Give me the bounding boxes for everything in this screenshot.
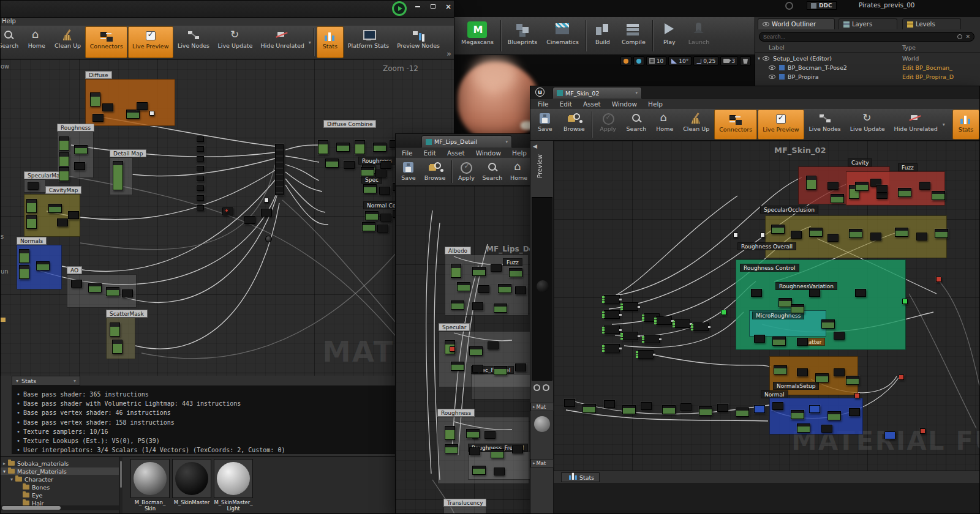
material-node[interactable] <box>90 92 100 106</box>
material-node[interactable] <box>920 428 925 434</box>
material-node[interactable] <box>451 362 464 371</box>
material-node[interactable] <box>122 289 133 297</box>
material-node[interactable] <box>494 366 507 375</box>
material-node[interactable] <box>846 376 859 385</box>
comment-label-roughness-overall[interactable]: Roughness Overall <box>737 242 796 250</box>
comment-box-translucency[interactable]: Translucency <box>443 507 486 514</box>
material-node[interactable] <box>106 287 119 296</box>
material-node[interactable] <box>884 431 895 439</box>
material-node[interactable] <box>699 406 712 415</box>
material-node[interactable] <box>827 234 839 242</box>
home-button[interactable]: Home <box>507 158 531 185</box>
close-button[interactable]: × <box>443 2 454 10</box>
lips-document-tab[interactable]: MF_Lips_Detail ▾ <box>421 135 512 147</box>
preview-nodes-button[interactable]: Preview Nodes <box>393 26 443 58</box>
material-node[interactable] <box>225 209 228 212</box>
material-node[interactable] <box>834 368 845 376</box>
material-node[interactable] <box>113 161 123 190</box>
material-node[interactable] <box>478 285 489 293</box>
material-node[interactable] <box>680 403 692 411</box>
material-node[interactable] <box>604 310 620 319</box>
live-update-button[interactable]: Live Update <box>846 110 889 140</box>
material-node[interactable] <box>380 214 391 222</box>
platform-stats-button[interactable]: Platform Stats <box>344 26 393 58</box>
apply-button[interactable]: Apply <box>595 110 622 140</box>
material-node[interactable] <box>469 447 480 455</box>
material-node[interactable] <box>564 399 575 407</box>
menu-window[interactable]: Window <box>471 148 506 158</box>
apply-button[interactable]: Apply <box>454 158 478 185</box>
material-node[interactable] <box>751 289 762 297</box>
scrollbar-thumb[interactable] <box>120 461 122 488</box>
material-node[interactable] <box>809 405 820 413</box>
material-node[interactable] <box>472 365 483 373</box>
cinematics-button[interactable]: Cinematics <box>542 18 583 53</box>
material-node[interactable] <box>488 341 499 349</box>
expand-arrow-icon[interactable]: ▸ <box>3 461 6 466</box>
live-update-button[interactable]: Live Update <box>214 26 256 58</box>
stats-button[interactable]: Stats <box>952 110 979 140</box>
comment-label-roughness-variation[interactable]: RoughnessVariation <box>775 282 837 290</box>
visibility-eye-icon[interactable] <box>769 75 775 79</box>
outliner-row[interactable]: BP_Bocman_T-Pose2 Edit BP_Bocman_ <box>755 63 980 72</box>
zoom-out-icon[interactable] <box>543 384 549 391</box>
material-node[interactable] <box>88 283 102 292</box>
rotation-snap-button[interactable]: 10° <box>668 56 692 65</box>
skin-document-tab[interactable]: MF_Skin_02 ▾ <box>552 87 642 99</box>
material-node[interactable] <box>472 267 486 276</box>
material-node[interactable] <box>512 445 523 453</box>
material-node[interactable] <box>899 374 904 380</box>
material-node[interactable] <box>895 228 908 237</box>
tab-world-outliner[interactable]: World Outliner <box>758 18 835 29</box>
material-node[interactable] <box>870 233 881 240</box>
material-node[interactable] <box>774 365 787 374</box>
material-node[interactable] <box>604 326 620 334</box>
ddc-indicator[interactable]: DDC <box>807 1 837 10</box>
search-button[interactable]: Search <box>1 26 23 58</box>
material-node[interactable] <box>494 304 507 313</box>
material-node[interactable] <box>137 102 148 110</box>
material-node[interactable] <box>261 209 272 217</box>
material-node[interactable] <box>149 111 154 116</box>
material-node[interactable] <box>264 198 269 203</box>
skin-graph[interactable]: MF_Skin_02 MATERIAL FUNCTION Cavity Fuzz… <box>554 141 980 471</box>
maximize-button[interactable] <box>428 2 439 10</box>
menu-help[interactable]: Help <box>507 148 532 158</box>
chevron-down-icon[interactable]: ▾ <box>309 40 311 45</box>
comment-label[interactable]: CavityMap <box>45 186 81 194</box>
material-node[interactable] <box>778 298 792 307</box>
comment-label[interactable]: AO <box>67 266 82 274</box>
asset-thumbnail[interactable] <box>130 459 170 498</box>
connectors-button[interactable]: Connectors <box>714 110 757 140</box>
material-node[interactable] <box>641 402 652 410</box>
menu-edit[interactable]: Edit <box>419 148 441 158</box>
live-nodes-button[interactable]: Live Nodes <box>805 110 845 140</box>
material-node[interactable] <box>472 466 486 475</box>
material-node[interactable] <box>344 161 355 169</box>
material-node[interactable] <box>445 426 455 440</box>
comment-label[interactable]: Translucency <box>443 499 486 507</box>
material-node[interactable] <box>721 310 726 315</box>
launch-button[interactable]: Launch <box>684 18 714 53</box>
material-node[interactable] <box>498 284 511 293</box>
connectors-button[interactable]: Connectors <box>85 26 127 58</box>
zoom-in-icon[interactable] <box>533 384 540 391</box>
chevron-down-icon[interactable]: ▾ <box>74 378 76 384</box>
tree-item-bones[interactable]: Bones <box>1 483 119 491</box>
material-node[interactable] <box>515 363 526 371</box>
material-node[interactable] <box>693 322 709 331</box>
material-thumbnail-sphere[interactable] <box>534 416 550 432</box>
material-node[interactable] <box>126 110 140 119</box>
play-button[interactable]: Play <box>655 18 684 53</box>
chevron-down-icon[interactable]: ▾ <box>635 91 638 95</box>
stats-panel-header[interactable]: ▾ Stats ▾ <box>12 376 80 386</box>
material-node[interactable] <box>754 335 765 343</box>
menu-asset[interactable]: Asset <box>578 99 606 109</box>
material-node[interactable] <box>604 400 615 408</box>
clear-search-icon[interactable]: ✕ <box>965 34 970 40</box>
material-editor-titlebar[interactable]: × <box>1 1 454 18</box>
tree-item-character[interactable]: ▾ Character <box>1 475 119 483</box>
material-node[interactable] <box>644 335 660 343</box>
tree-item-master-materials[interactable]: ▾ Master_Materials <box>1 467 119 475</box>
material-node[interactable] <box>48 204 62 213</box>
